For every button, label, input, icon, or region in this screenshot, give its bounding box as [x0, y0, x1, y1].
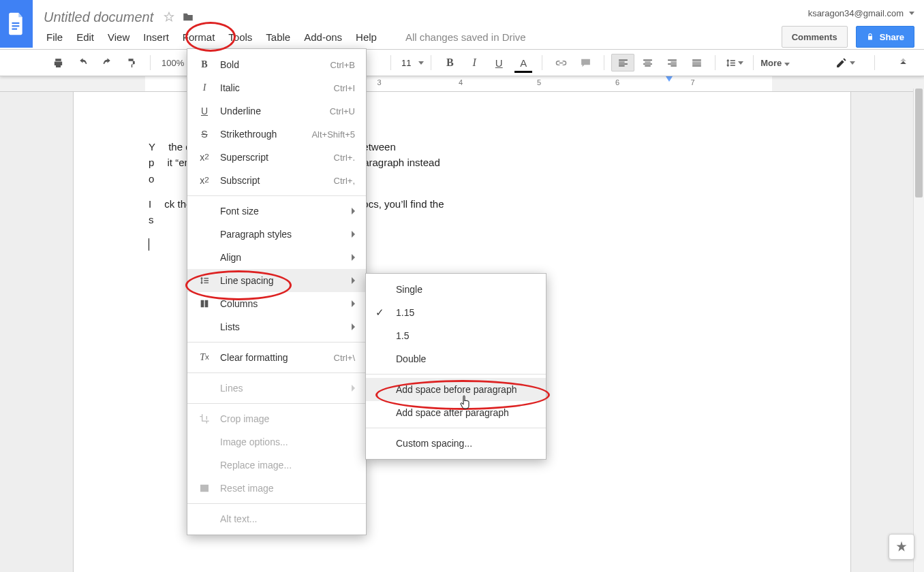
submenu-arrow-icon [352, 208, 355, 214]
format-replace-image: Replace image... [187, 454, 366, 477]
format-paragraph-styles[interactable]: Paragraph styles [187, 223, 366, 246]
line-spacing-submenu: Single ✓1.15 1.5 Double Add space before… [365, 273, 546, 460]
format-alt-text: Alt text... [187, 507, 366, 530]
toolbar-more[interactable]: More [760, 58, 790, 68]
save-status: All changes saved in Drive [399, 29, 533, 47]
toolbar: 100% 11 B I U A More [0, 50, 924, 76]
format-crop: Crop image [187, 407, 366, 430]
subscript-icon: x2 [197, 175, 212, 186]
menu-edit[interactable]: Edit [70, 29, 101, 47]
format-reset-image: Reset image [187, 477, 366, 500]
check-icon: ✓ [375, 306, 384, 319]
format-superscript[interactable]: x2SuperscriptCtrl+. [187, 146, 366, 169]
format-clear[interactable]: TxClear formattingCtrl+\ [187, 346, 366, 369]
underline-icon[interactable]: U [487, 54, 510, 72]
folder-icon[interactable] [182, 11, 194, 23]
menu-view[interactable]: View [101, 29, 136, 47]
align-justify-icon[interactable] [685, 54, 708, 72]
menu-table[interactable]: Table [259, 29, 297, 47]
menu-format[interactable]: Format [176, 29, 222, 47]
spacing-add-after[interactable]: Add space after paragraph [366, 401, 546, 424]
menu-file[interactable]: File [40, 29, 70, 47]
format-strike[interactable]: SStrikethroughAlt+Shift+5 [187, 123, 366, 146]
redo-icon[interactable] [95, 54, 119, 72]
menu-addons[interactable]: Add-ons [297, 29, 349, 47]
lock-icon [866, 33, 874, 41]
image-icon [197, 483, 212, 494]
comments-button[interactable]: Comments [782, 26, 848, 48]
svg-rect-0 [12, 22, 20, 24]
bold-icon[interactable]: B [438, 54, 461, 72]
menu-help[interactable]: Help [349, 29, 384, 47]
text-color-icon[interactable]: A [512, 54, 535, 72]
link-icon[interactable] [549, 54, 572, 72]
text-cursor [149, 238, 149, 251]
align-right-icon[interactable] [660, 54, 683, 72]
undo-icon[interactable] [71, 54, 94, 72]
ruler: 3 4 5 6 7 [0, 76, 924, 92]
format-lines: Lines [187, 377, 366, 400]
svg-rect-2 [12, 29, 18, 30]
format-bold[interactable]: BBoldCtrl+B [187, 53, 366, 76]
italic-icon[interactable]: I [463, 54, 486, 72]
spacing-custom[interactable]: Custom spacing... [366, 432, 546, 455]
format-underline[interactable]: UUnderlineCtrl+U [187, 99, 366, 123]
align-left-icon[interactable] [611, 54, 634, 72]
spacing-add-before[interactable]: Add space before paragraph [366, 378, 546, 401]
format-fontsize[interactable]: Font size [187, 200, 366, 223]
crop-icon [197, 413, 212, 424]
align-center-icon[interactable] [636, 54, 659, 72]
comment-icon[interactable] [574, 54, 597, 72]
doc-title[interactable]: Untitled document [40, 8, 157, 27]
format-subscript[interactable]: x2SubscriptCtrl+, [187, 169, 366, 192]
format-line-spacing[interactable]: Line spacing [187, 269, 366, 292]
print-icon[interactable] [46, 54, 70, 72]
format-columns[interactable]: Columns [187, 292, 366, 315]
edit-mode-icon[interactable] [833, 54, 858, 72]
spacing-115[interactable]: ✓1.15 [366, 301, 546, 324]
format-dropdown: BBoldCtrl+B IItalicCtrl+I UUnderlineCtrl… [187, 48, 367, 535]
font-size[interactable]: 11 [398, 58, 414, 68]
caret-down-icon [909, 12, 914, 15]
menu-insert[interactable]: Insert [136, 29, 176, 47]
format-italic[interactable]: IItalicCtrl+I [187, 76, 366, 99]
spacing-single[interactable]: Single [366, 278, 546, 301]
format-image-options: Image options... [187, 430, 366, 454]
app-header: Untitled document ksaragon34@gmail.com C… [0, 0, 924, 50]
svg-rect-1 [12, 25, 20, 27]
share-button[interactable]: Share [856, 26, 914, 48]
vertical-scrollbar[interactable] [913, 89, 924, 572]
spacing-double[interactable]: Double [366, 347, 546, 370]
docs-logo[interactable] [0, 0, 33, 48]
explore-button[interactable] [889, 534, 914, 560]
line-spacing-icon[interactable] [722, 54, 746, 72]
star-icon[interactable] [163, 11, 175, 23]
collapse-icon[interactable] [891, 54, 914, 72]
user-email[interactable]: ksaragon34@gmail.com [808, 8, 914, 18]
menu-tools[interactable]: Tools [221, 29, 259, 47]
format-align[interactable]: Align [187, 246, 366, 269]
superscript-icon: x2 [197, 152, 212, 163]
paint-format-icon[interactable] [120, 54, 143, 72]
format-lists[interactable]: Lists [187, 315, 366, 338]
spacing-15[interactable]: 1.5 [366, 324, 546, 347]
